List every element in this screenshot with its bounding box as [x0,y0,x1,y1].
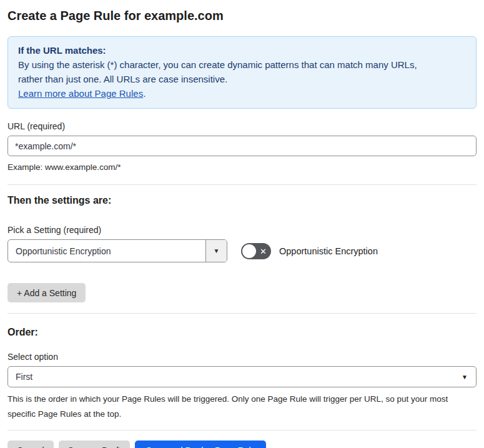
divider [7,313,477,314]
url-match-info-box: If the URL matches: By using the asteris… [7,36,477,109]
url-label: URL (required) [7,121,477,131]
info-box-body: By using the asterisk (*) character, you… [18,57,438,86]
toggle-label: Opportunistic Encryption [279,246,378,256]
order-select[interactable]: First ▼ [7,366,477,387]
setting-select-value: Opportunistic Encryption [8,246,111,256]
settings-heading: Then the settings are: [7,195,477,206]
setting-row: Opportunistic Encryption ▼ ✕ Opportunist… [7,239,477,262]
divider [7,184,477,185]
learn-more-link[interactable]: Learn more about Page Rules [18,88,143,99]
url-helper-text: Example: www.example.com/* [7,160,477,175]
save-deploy-button[interactable]: Save and Deploy Page Rule [135,441,266,448]
setting-select[interactable]: Opportunistic Encryption ▼ [7,239,227,262]
url-field: URL (required) Example: www.example.com/… [7,121,477,175]
x-icon: ✕ [260,247,267,255]
order-helper-text: This is the order in which your Page Rul… [7,392,477,422]
pick-setting-label: Pick a Setting (required) [7,225,477,235]
order-select-label: Select option [7,352,477,362]
save-draft-button[interactable]: Save as Draft [59,441,131,448]
add-setting-button[interactable]: + Add a Setting [7,283,86,302]
url-input[interactable] [7,136,477,156]
toggle-knob [242,244,256,258]
order-select-value: First [8,372,32,382]
link-suffix: . [143,88,146,99]
footer-actions: Cancel Save as Draft Save and Deploy Pag… [7,441,477,448]
opportunistic-encryption-toggle[interactable]: ✕ [241,243,271,259]
order-heading: Order: [7,327,477,338]
caret-glyph: ▼ [214,247,220,254]
cancel-button[interactable]: Cancel [7,441,54,448]
page-title: Create a Page Rule for example.com [7,9,477,23]
info-box-heading: If the URL matches: [18,43,466,57]
info-box-link-line: Learn more about Page Rules. [18,86,466,101]
divider [7,430,477,431]
caret-down-icon: ▼ [462,374,476,381]
chevron-down-icon[interactable]: ▼ [205,240,227,262]
